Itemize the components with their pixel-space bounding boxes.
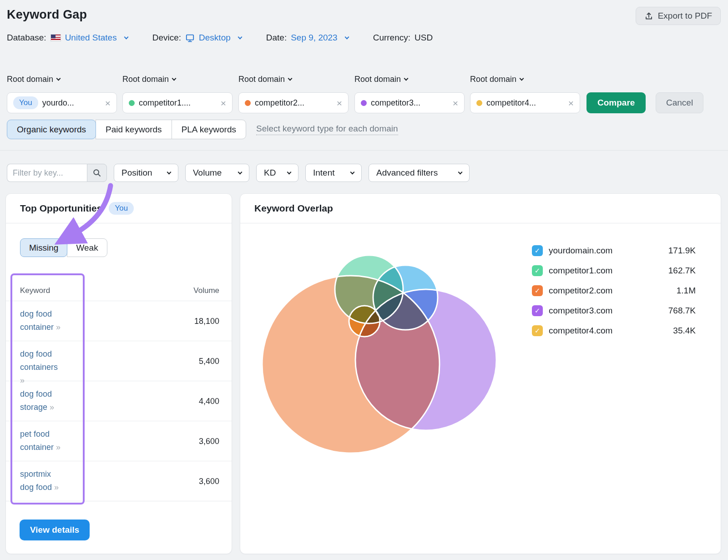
domain-chip-competitor3[interactable]: competitor3... × — [354, 92, 465, 113]
volume-value: 3,600 — [199, 421, 219, 461]
domain-chip-competitor1[interactable]: competitor1.... × — [122, 92, 233, 113]
domain-chip-text: competitor1.... — [139, 98, 191, 108]
table-row: dog food storage » 4,400 — [6, 381, 232, 421]
domain-column-3: Root domain competitor3... × — [354, 75, 465, 84]
domain-chip-text: competitor2... — [255, 98, 304, 108]
you-badge: You — [109, 202, 134, 215]
check-icon: ✓ — [535, 307, 541, 315]
intent-filter-dropdown[interactable]: Intent — [305, 164, 362, 182]
root-domain-dropdown[interactable]: Root domain — [238, 75, 292, 84]
chevron-down-icon — [344, 35, 349, 39]
checkbox-competitor2[interactable]: ✓ — [532, 285, 543, 296]
table-footer-divider — [6, 501, 232, 501]
checkbox-competitor3[interactable]: ✓ — [532, 305, 543, 316]
legend-value: 1.1M — [677, 286, 696, 296]
volume-value: 18,100 — [194, 301, 219, 341]
venn-legend: ✓ yourdomain.com 171.9K ✓ competitor1.co… — [532, 241, 696, 341]
tab-paid-keywords[interactable]: Paid keywords — [96, 120, 172, 139]
volume-value: 4,400 — [199, 381, 219, 421]
keyword-overlap-panel: Keyword Overlap ✓ yourdomain.com — [240, 193, 721, 554]
view-details-button[interactable]: View details — [20, 520, 90, 540]
table-row: pet food container » 3,600 — [6, 421, 232, 461]
legend-row-yourdomain: ✓ yourdomain.com 171.9K — [532, 241, 696, 261]
search-input[interactable] — [7, 164, 87, 182]
date-value[interactable]: Sep 9, 2023 — [291, 33, 337, 43]
chevron-down-icon — [458, 170, 463, 174]
device-selector[interactable]: Device: Desktop — [152, 33, 242, 43]
keyword-link[interactable]: dog food storage » — [20, 388, 63, 414]
tab-pla-keywords[interactable]: PLA keywords — [172, 120, 246, 139]
volume-value: 3,600 — [199, 461, 219, 501]
database-selector[interactable]: Database: United States — [7, 33, 128, 43]
remove-domain-icon[interactable]: × — [453, 98, 458, 108]
filter-bar: Position Volume KD Intent Advanced filte… — [7, 164, 470, 182]
keyword-link[interactable]: pet food container » — [20, 428, 63, 454]
export-label: Export to PDF — [658, 11, 712, 21]
domain-column-2: Root domain competitor2... × — [238, 75, 349, 84]
remove-domain-icon[interactable]: × — [568, 98, 574, 108]
domain-column-1: Root domain competitor1.... × — [122, 75, 233, 84]
chevron-down-icon — [404, 76, 409, 81]
tab-organic-keywords[interactable]: Organic keywords — [7, 120, 96, 139]
legend-value: 162.7K — [668, 266, 696, 276]
keyword-table: dog food container » 18,100 dog food con… — [6, 301, 232, 501]
legend-domain: yourdomain.com — [549, 246, 612, 256]
date-selector[interactable]: Date: Sep 9, 2023 — [266, 33, 349, 43]
tab-weak[interactable]: Weak — [67, 238, 107, 257]
remove-domain-icon[interactable]: × — [337, 98, 342, 108]
export-to-pdf-button[interactable]: Export to PDF — [636, 7, 721, 25]
volume-filter-dropdown[interactable]: Volume — [185, 164, 249, 182]
section-divider — [0, 150, 728, 151]
currency-display: Currency: USD — [373, 33, 433, 43]
cancel-button[interactable]: Cancel — [656, 92, 703, 113]
domain-chip-competitor4[interactable]: competitor4... × — [470, 92, 580, 113]
checkbox-competitor4[interactable]: ✓ — [532, 325, 543, 336]
remove-domain-icon[interactable]: × — [105, 98, 111, 108]
domain-column-4: Root domain competitor4... × — [470, 75, 580, 84]
select-keyword-type-link[interactable]: Select keyword type for each domain — [256, 124, 398, 135]
kd-filter-dropdown[interactable]: KD — [256, 164, 298, 182]
remove-domain-icon[interactable]: × — [221, 98, 226, 108]
root-domain-dropdown[interactable]: Root domain — [122, 75, 176, 84]
page-title: Keyword Gap — [7, 8, 87, 22]
legend-value: 35.4K — [673, 326, 696, 336]
root-domain-dropdown[interactable]: Root domain — [7, 75, 60, 84]
chevron-down-icon — [288, 76, 293, 81]
tab-missing[interactable]: Missing — [20, 238, 67, 257]
legend-domain: competitor1.com — [549, 266, 612, 276]
expand-keyword-icon[interactable]: » — [56, 323, 60, 332]
desktop-icon — [185, 33, 195, 43]
checkbox-yourdomain[interactable]: ✓ — [532, 245, 543, 256]
keyword-link[interactable]: sportmix dog food » — [20, 468, 63, 494]
currency-label: Currency: — [373, 33, 410, 43]
database-value[interactable]: United States — [65, 33, 117, 43]
domain-chip-competitor2[interactable]: competitor2... × — [238, 92, 349, 113]
us-flag-icon — [51, 34, 61, 41]
root-domain-dropdown[interactable]: Root domain — [354, 75, 408, 84]
expand-keyword-icon[interactable]: » — [56, 443, 60, 452]
advanced-filters-dropdown[interactable]: Advanced filters — [369, 164, 470, 182]
domain-column-you: Root domain You yourdo... × — [7, 75, 117, 84]
device-value[interactable]: Desktop — [199, 33, 231, 43]
search-button[interactable] — [87, 164, 107, 182]
legend-row-competitor3: ✓ competitor3.com 768.7K — [532, 301, 696, 321]
keyword-overlap-venn-diagram[interactable] — [248, 248, 503, 462]
top-opportunities-panel: Top Opportunities You Missing Weak Keywo… — [5, 193, 232, 554]
compare-button[interactable]: Compare — [586, 92, 646, 113]
legend-domain: competitor4.com — [549, 326, 612, 336]
keyword-link[interactable]: dog food container » — [20, 308, 63, 334]
root-domain-dropdown[interactable]: Root domain — [470, 75, 523, 84]
check-icon: ✓ — [535, 327, 541, 335]
search-icon — [92, 168, 101, 177]
database-label: Database: — [7, 33, 46, 43]
domain-chip-yourdomain[interactable]: You yourdo... × — [7, 92, 117, 113]
missing-weak-tabs: Missing Weak — [20, 238, 107, 257]
expand-keyword-icon[interactable]: » — [50, 403, 54, 412]
chevron-down-icon — [167, 170, 172, 174]
expand-keyword-icon[interactable]: » — [54, 483, 58, 492]
check-icon: ✓ — [535, 267, 541, 275]
checkbox-competitor1[interactable]: ✓ — [532, 265, 543, 276]
report-settings-bar: Database: United States Device: Desktop … — [7, 33, 433, 43]
position-filter-dropdown[interactable]: Position — [114, 164, 178, 182]
chevron-down-icon — [56, 76, 61, 81]
